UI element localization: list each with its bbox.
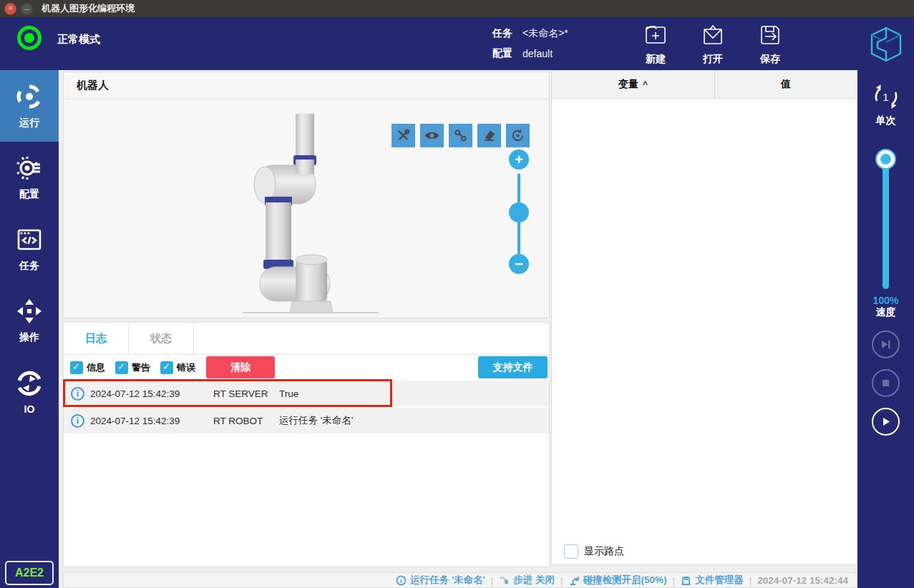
status-collision-detect[interactable]: 碰撞检测开启(50%) — [569, 574, 667, 587]
eye-icon — [424, 128, 439, 143]
main-area: 机器人 — [59, 70, 857, 588]
column-value[interactable]: 值 — [715, 71, 857, 98]
column-variable-label: 变量 — [618, 78, 638, 91]
sidebar-item-io[interactable]: IO — [0, 356, 59, 428]
variables-header: 变量 ^ 值 — [552, 71, 857, 99]
robot-arm-image — [243, 108, 379, 315]
tools-icon — [396, 128, 411, 143]
config-label: 配置 — [492, 47, 512, 60]
variables-panel: 变量 ^ 值 显示路点 — [551, 70, 857, 565]
step-icon — [499, 575, 510, 586]
app-window: 机器人图形化编程环境 正常模式 任务 <未命名>* 配置 default 新建 — [0, 0, 914, 588]
variables-body — [552, 99, 857, 539]
status-timestamp: 2024-07-12 15:42:44 — [757, 575, 848, 586]
column-value-label: 值 — [781, 78, 791, 91]
status-collision-detect-label: 碰撞检测开启(50%) — [583, 574, 667, 587]
status-separator: | — [491, 575, 494, 586]
log-row[interactable]: 2024-07-12 15:42:39 RT ROBOT 运行任务 '未命名' — [64, 408, 549, 433]
zoom-control: + − — [509, 150, 529, 170]
task-icon — [16, 226, 43, 253]
config-value: default — [522, 48, 553, 59]
loop-mode-control[interactable]: 1 单次 — [857, 80, 914, 127]
show-waypoints-checkbox[interactable] — [564, 544, 578, 559]
new-file-icon — [643, 23, 668, 47]
eraser-icon — [482, 128, 497, 143]
left-sidebar: 运行 配置 任务 — [0, 70, 59, 588]
window-titlebar: 机器人图形化编程环境 — [0, 0, 914, 17]
play-button[interactable] — [872, 408, 900, 436]
io-icon — [16, 370, 43, 397]
mode-indicator-icon — [17, 26, 42, 50]
sidebar-item-task-label: 任务 — [19, 260, 39, 273]
sidebar-item-io-text: IO — [24, 403, 35, 415]
open-task-button[interactable]: 打开 — [690, 23, 736, 66]
visibility-button[interactable] — [420, 124, 444, 147]
robot-panel: 机器人 — [63, 72, 550, 318]
run-icon — [16, 83, 43, 110]
status-step-mode[interactable]: 步进 关闭 — [499, 574, 555, 587]
sidebar-item-run[interactable]: 运行 — [0, 70, 59, 142]
stop-button[interactable] — [872, 369, 900, 397]
sidebar-item-operate[interactable]: 操作 — [0, 285, 59, 356]
window-close-icon[interactable] — [4, 3, 16, 15]
app-header: 正常模式 任务 <未命名>* 配置 default 新建 — [0, 17, 914, 70]
filter-error[interactable]: 错误 — [160, 361, 195, 374]
path-nodes-icon — [453, 128, 468, 143]
erase-button[interactable] — [477, 124, 501, 147]
error-checkbox[interactable] — [160, 361, 173, 374]
zoom-slider-handle[interactable] — [509, 202, 529, 222]
status-step-mode-label: 步进 关闭 — [513, 574, 555, 587]
info-checkbox[interactable] — [70, 361, 83, 374]
file-manager-icon — [681, 575, 691, 586]
tab-log[interactable]: 日志 — [64, 323, 129, 355]
info-icon — [396, 575, 407, 586]
settings-icon — [16, 155, 43, 182]
device-badge: A2E2 — [5, 561, 54, 585]
step-forward-icon — [880, 338, 892, 351]
sidebar-item-task[interactable]: 任务 — [0, 213, 59, 285]
task-value: <未命名>* — [522, 27, 568, 40]
filter-error-label: 错误 — [177, 361, 195, 374]
play-icon — [880, 416, 892, 428]
log-time: 2024-07-12 15:42:39 — [90, 388, 213, 399]
status-bar: 运行任务 '未命名' | 步进 关闭 | 碰撞检测开启(50%) | — [63, 572, 857, 588]
speed-slider-track[interactable] — [883, 155, 889, 289]
task-label: 任务 — [492, 27, 512, 40]
new-task-button[interactable]: 新建 — [633, 23, 679, 66]
filter-warning[interactable]: 警告 — [115, 361, 150, 374]
save-icon — [758, 23, 782, 47]
status-running-task[interactable]: 运行任务 '未命名' — [396, 574, 485, 587]
speed-readout: 100% 速度 — [857, 295, 914, 319]
log-tabs: 日志 状态 — [64, 323, 549, 355]
save-task-button[interactable]: 保存 — [747, 23, 793, 66]
loop-count: 1 — [870, 80, 903, 113]
loop-mode-label: 单次 — [876, 114, 896, 127]
tools-button[interactable] — [392, 124, 415, 147]
zoom-in-button[interactable]: + — [509, 150, 529, 170]
warning-checkbox[interactable] — [115, 361, 128, 374]
status-file-manager[interactable]: 文件管理器 — [681, 574, 744, 587]
step-forward-button[interactable] — [872, 330, 900, 358]
status-separator: | — [749, 575, 752, 586]
reset-view-button[interactable] — [506, 124, 530, 147]
clear-button[interactable]: 清除 — [206, 356, 275, 378]
sidebar-item-run-label: 运行 — [19, 117, 39, 129]
open-file-icon — [701, 23, 725, 47]
stop-icon — [880, 377, 892, 389]
reset-view-icon — [510, 128, 525, 143]
speed-slider-handle[interactable] — [877, 150, 895, 168]
zoom-out-button[interactable]: − — [509, 254, 529, 274]
window-minimize-icon[interactable] — [21, 3, 33, 15]
tab-status[interactable]: 状态 — [129, 323, 194, 355]
support-files-button[interactable]: 支持文件 — [478, 356, 548, 378]
sidebar-item-config[interactable]: 配置 — [0, 142, 59, 213]
info-icon — [71, 387, 84, 401]
log-row[interactable]: 2024-07-12 15:42:39 RT SERVER True — [64, 381, 549, 406]
filter-info[interactable]: 信息 — [70, 361, 105, 374]
robot-3d-view[interactable] — [243, 108, 379, 315]
filter-warning-label: 警告 — [132, 361, 150, 374]
path-button[interactable] — [449, 124, 472, 147]
column-variable[interactable]: 变量 ^ — [552, 71, 715, 98]
loop-count-indicator: 1 — [870, 80, 903, 113]
mode-label: 正常模式 — [57, 33, 100, 46]
